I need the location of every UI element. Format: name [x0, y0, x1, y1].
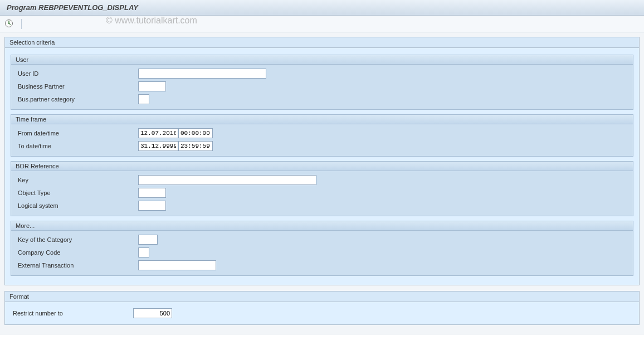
selection-criteria-group: Selection criteria User User ID Business…: [4, 37, 640, 285]
bp-category-row: Bus.partner category: [16, 93, 628, 105]
category-key-input[interactable]: [138, 235, 158, 245]
restrict-number-row: Restrict number to: [11, 307, 633, 319]
logical-system-input[interactable]: [138, 201, 166, 211]
timeframe-group-title: Time frame: [11, 115, 633, 124]
user-id-input[interactable]: [138, 69, 266, 79]
from-time-input[interactable]: [178, 128, 213, 138]
user-group: User User ID Business Partner Bus.partne…: [11, 55, 633, 110]
company-code-input[interactable]: [138, 247, 149, 257]
from-date-row: From date/time: [16, 127, 628, 139]
toolbar-divider: [21, 19, 22, 29]
external-transaction-row: External Transaction: [16, 259, 628, 271]
timeframe-group: Time frame From date/time To date/time: [11, 114, 633, 157]
object-type-input[interactable]: [138, 188, 166, 198]
category-key-row: Key of the Category: [16, 234, 628, 246]
title-bar: Program REBPPEVENTLOG_DISPLAY: [0, 0, 644, 16]
external-transaction-input[interactable]: [138, 260, 216, 270]
page-title: Program REBPPEVENTLOG_DISPLAY: [7, 3, 138, 12]
more-group: More... Key of the Category Company Code…: [11, 221, 633, 276]
bor-key-input[interactable]: [138, 175, 316, 185]
business-partner-input[interactable]: [138, 81, 166, 91]
watermark: © www.tutorialkart.com: [106, 16, 197, 26]
format-group: Format Restrict number to: [4, 291, 640, 325]
restrict-number-input[interactable]: [133, 308, 172, 318]
bp-category-label: Bus.partner category: [16, 96, 138, 103]
logical-system-row: Logical system: [16, 200, 628, 212]
format-title: Format: [5, 291, 639, 302]
content-area: Selection criteria User User ID Business…: [0, 32, 644, 335]
to-date-label: To date/time: [16, 143, 138, 149]
from-date-input[interactable]: [138, 128, 178, 138]
bor-reference-title: BOR Reference: [11, 162, 633, 171]
company-code-label: Company Code: [16, 249, 138, 256]
selection-criteria-title: Selection criteria: [5, 37, 639, 48]
bor-key-row: Key: [16, 174, 628, 186]
logical-system-label: Logical system: [16, 202, 138, 209]
bp-category-input[interactable]: [138, 94, 149, 104]
company-code-row: Company Code: [16, 246, 628, 259]
to-time-input[interactable]: [178, 141, 213, 151]
bor-reference-group: BOR Reference Key Object Type Logical sy…: [11, 161, 633, 216]
to-date-row: To date/time: [16, 140, 628, 152]
bor-key-label: Key: [16, 177, 138, 183]
object-type-label: Object Type: [16, 189, 138, 196]
toolbar: © www.tutorialkart.com: [0, 16, 644, 32]
more-group-title: More...: [11, 221, 633, 231]
from-date-label: From date/time: [16, 130, 138, 137]
user-id-label: User ID: [16, 70, 138, 77]
svg-point-1: [8, 23, 9, 24]
to-date-input[interactable]: [138, 141, 178, 151]
category-key-label: Key of the Category: [16, 236, 138, 243]
business-partner-row: Business Partner: [16, 80, 628, 93]
external-transaction-label: External Transaction: [16, 262, 138, 269]
business-partner-label: Business Partner: [16, 83, 138, 90]
user-id-row: User ID: [16, 67, 628, 80]
user-group-title: User: [11, 55, 633, 65]
object-type-row: Object Type: [16, 187, 628, 199]
restrict-number-label: Restrict number to: [11, 310, 133, 317]
execute-icon[interactable]: [4, 19, 14, 29]
